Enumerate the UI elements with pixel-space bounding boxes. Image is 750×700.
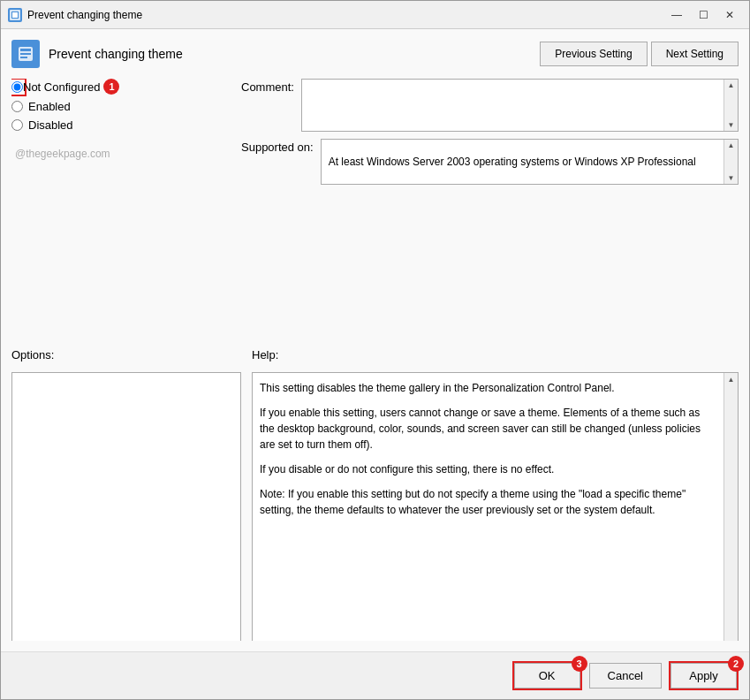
not-configured-label: Not Configured bbox=[23, 80, 100, 94]
apply-button[interactable]: Apply bbox=[670, 663, 737, 689]
apply-button-wrapper: Apply 2 bbox=[669, 661, 739, 690]
divider-row: Options: Help: bbox=[11, 348, 739, 369]
watermark: @thegeekpage.com bbox=[15, 148, 231, 160]
main-window: Prevent changing theme — ☐ ✕ Prevent cha… bbox=[0, 0, 750, 700]
help-box: This setting disables the theme gallery … bbox=[252, 372, 739, 642]
options-label: Options: bbox=[11, 348, 54, 361]
comment-label: Comment: bbox=[241, 79, 294, 94]
radio-enabled-input[interactable] bbox=[11, 101, 23, 112]
title-bar: Prevent changing theme — ☐ ✕ bbox=[1, 1, 749, 29]
radio-disabled[interactable]: Disabled bbox=[11, 118, 231, 132]
ok-button-wrapper: OK 3 bbox=[512, 661, 582, 690]
help-scrollbar[interactable]: ▲ ▼ bbox=[723, 373, 738, 642]
supported-scrollbar[interactable]: ▲ ▼ bbox=[723, 140, 738, 184]
help-para-2: If you enable this setting, users cannot… bbox=[260, 405, 715, 453]
scroll-up-arrow: ▲ bbox=[728, 81, 735, 89]
radio-not-configured-input[interactable] bbox=[11, 81, 23, 93]
header-icon bbox=[11, 40, 40, 68]
bottom-section: This setting disables the theme gallery … bbox=[11, 372, 739, 642]
header-title: Prevent changing theme bbox=[49, 47, 540, 61]
options-label-wrapper: Options: bbox=[11, 348, 241, 361]
close-button[interactable]: ✕ bbox=[717, 4, 742, 26]
not-configured-wrapper: Not Configured 1 bbox=[11, 79, 119, 95]
right-panel: Comment: ▲ ▼ Supported on: At least Wind… bbox=[241, 79, 739, 348]
radio-not-configured[interactable]: Not Configured 1 bbox=[11, 79, 231, 95]
maximize-button[interactable]: ☐ bbox=[691, 4, 716, 26]
supported-row: Supported on: At least Windows Server 20… bbox=[241, 139, 739, 185]
supported-scroll-down: ▼ bbox=[728, 174, 735, 182]
options-panel bbox=[11, 372, 241, 642]
window-icon bbox=[8, 8, 22, 22]
window-controls: — ☐ ✕ bbox=[664, 4, 742, 26]
enabled-label: Enabled bbox=[28, 100, 71, 113]
supported-value: At least Windows Server 2003 operating s… bbox=[322, 152, 723, 171]
help-text: This setting disables the theme gallery … bbox=[260, 380, 715, 518]
ok-badge: 3 bbox=[572, 656, 587, 672]
cancel-button[interactable]: Cancel bbox=[589, 663, 662, 689]
window-title: Prevent changing theme bbox=[27, 9, 664, 21]
options-box bbox=[11, 372, 241, 642]
next-setting-button[interactable]: Next Setting bbox=[651, 42, 739, 66]
content-area: Prevent changing theme Previous Setting … bbox=[1, 29, 749, 651]
help-para-4: Note: If you enable this setting but do … bbox=[260, 486, 715, 518]
disabled-label: Disabled bbox=[28, 118, 73, 132]
help-content: This setting disables the theme gallery … bbox=[260, 380, 715, 518]
help-para-1: This setting disables the theme gallery … bbox=[260, 380, 715, 396]
comment-scrollbar[interactable]: ▲ ▼ bbox=[723, 80, 738, 131]
minimize-button[interactable]: — bbox=[664, 4, 689, 26]
svg-rect-1 bbox=[12, 12, 18, 18]
main-section: Not Configured 1 Enabled Disabled bbox=[11, 79, 739, 348]
help-label-wrapper: Help: bbox=[252, 348, 739, 361]
previous-setting-button[interactable]: Previous Setting bbox=[540, 42, 647, 66]
supported-box: At least Windows Server 2003 operating s… bbox=[321, 139, 739, 185]
not-configured-badge: 1 bbox=[103, 79, 119, 95]
radio-group: Not Configured 1 Enabled Disabled bbox=[11, 79, 231, 137]
help-para-3: If you disable or do not configure this … bbox=[260, 461, 715, 477]
comment-row: Comment: ▲ ▼ bbox=[241, 79, 739, 132]
left-panel: Not Configured 1 Enabled Disabled bbox=[11, 79, 241, 348]
scroll-down-arrow: ▼ bbox=[728, 121, 735, 129]
footer: OK 3 Cancel Apply 2 bbox=[1, 651, 749, 699]
svg-rect-3 bbox=[20, 49, 31, 51]
supported-scroll-up: ▲ bbox=[728, 141, 735, 149]
radio-disabled-input[interactable] bbox=[11, 119, 23, 131]
help-panel: This setting disables the theme gallery … bbox=[252, 372, 739, 642]
comment-box: ▲ ▼ bbox=[301, 79, 739, 132]
header-row: Prevent changing theme Previous Setting … bbox=[11, 40, 739, 68]
svg-rect-5 bbox=[20, 57, 27, 58]
radio-enabled[interactable]: Enabled bbox=[11, 100, 231, 113]
apply-badge: 2 bbox=[728, 656, 744, 672]
help-scroll-up: ▲ bbox=[728, 375, 735, 385]
svg-rect-4 bbox=[20, 53, 31, 55]
supported-label: Supported on: bbox=[241, 139, 314, 154]
help-label: Help: bbox=[252, 348, 278, 361]
nav-buttons: Previous Setting Next Setting bbox=[540, 42, 739, 66]
ok-button[interactable]: OK bbox=[514, 663, 580, 689]
